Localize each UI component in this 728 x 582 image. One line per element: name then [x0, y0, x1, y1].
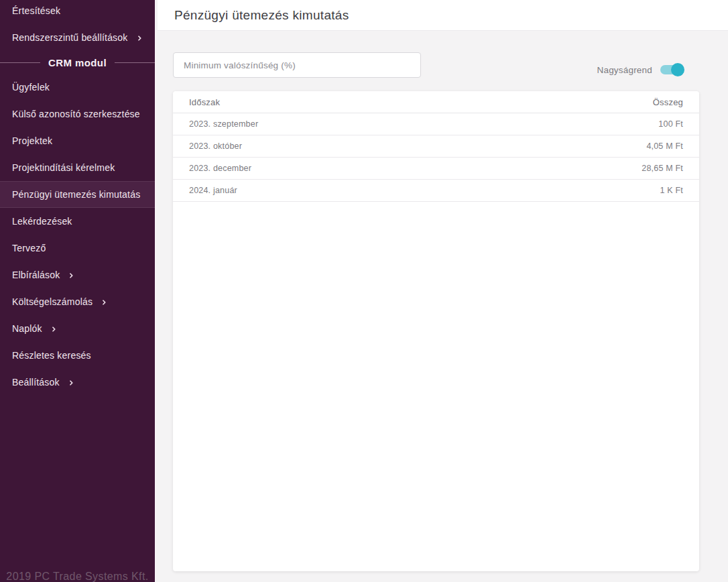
chevron-right-icon	[135, 35, 141, 40]
sidebar-item-label: Projektindítási kérelmek	[12, 162, 115, 173]
sidebar-item[interactable]: Ügyfelek	[0, 74, 155, 101]
section-header-label: CRM modul	[48, 57, 107, 68]
chevron-right-icon	[68, 272, 73, 278]
sidebar-item-label: Projektek	[12, 135, 52, 146]
table-row[interactable]: 2024. január 1 K Ft	[173, 180, 699, 202]
sidebar-item[interactable]: Költségelszámolás	[0, 288, 155, 315]
sidebar-group-system: Értesítések Rendszerszintű beállítások	[0, 0, 155, 51]
sidebar-item-label: Rendszerszintű beállítások	[12, 32, 128, 43]
sidebar-group-crm: Ügyfelek Külső azonosító szerkesztése Pr…	[0, 74, 155, 396]
main-area: Pénzügyi ütemezés kimutatás Nagyságrend …	[158, 0, 728, 582]
table-row[interactable]: 2023. október 4,05 M Ft	[173, 135, 699, 158]
section-divider-line	[0, 62, 40, 63]
sidebar-item-label: Részletes keresés	[12, 350, 91, 361]
table-row[interactable]: 2023. december 28,65 M Ft	[173, 158, 699, 180]
amount-cell: 1 K Ft	[660, 186, 683, 195]
toggle-thumb-icon	[671, 63, 684, 76]
column-header-period: Időszak	[189, 97, 220, 107]
min-probability-input[interactable]	[173, 52, 421, 78]
schedule-table: Időszak Összeg 2023. szeptember 100 Ft 2…	[173, 91, 699, 571]
sidebar-item[interactable]: Rendszerszintű beállítások	[0, 24, 155, 51]
magnitude-toggle-label: Nagyságrend	[597, 65, 652, 75]
sidebar-item-label: Ügyfelek	[12, 82, 50, 93]
sidebar-item[interactable]: Projektek	[0, 127, 155, 154]
sidebar-item[interactable]: Tervező	[0, 235, 155, 261]
sidebar-item-label: Tervező	[12, 243, 46, 253]
topbar: Pénzügyi ütemezés kimutatás	[158, 0, 728, 31]
sidebar-item-label: Elbírálások	[12, 270, 60, 280]
chevron-right-icon	[67, 380, 72, 385]
sidebar-item-label: Költségelszámolás	[12, 296, 93, 307]
amount-cell: 28,65 M Ft	[642, 164, 683, 173]
sidebar: Értesítések Rendszerszintű beállítások C…	[0, 0, 156, 582]
sidebar-item[interactable]: Beállítások	[0, 369, 155, 396]
sidebar-item-label: Értesítések	[12, 5, 60, 16]
chevron-right-icon	[50, 326, 56, 331]
chevron-right-icon	[101, 299, 106, 304]
magnitude-toggle[interactable]	[660, 65, 684, 74]
sidebar-section-header: CRM modul	[0, 51, 155, 74]
sidebar-item[interactable]: Értesítések	[0, 0, 155, 24]
sidebar-item[interactable]: Elbírálások	[0, 261, 155, 288]
sidebar-item-label: Pénzügyi ütemezés kimutatás	[12, 189, 140, 200]
sidebar-item[interactable]: Lekérdezések	[0, 208, 155, 235]
magnitude-toggle-row: Nagyságrend	[597, 62, 684, 77]
sidebar-item[interactable]: Projektindítási kérelmek	[0, 154, 155, 181]
sidebar-item[interactable]: Naplók	[0, 315, 155, 342]
sidebar-footer-copyright: 2019 PC Trade Systems Kft.	[0, 571, 155, 582]
amount-cell: 4,05 M Ft	[646, 141, 683, 151]
sidebar-item-label: Beállítások	[12, 377, 60, 388]
sidebar-nav: Értesítések Rendszerszintű beállítások C…	[0, 0, 155, 396]
amount-cell: 100 Ft	[658, 119, 683, 129]
sidebar-item-label: Külső azonosító szerkesztése	[12, 109, 140, 119]
content-area: Nagyságrend Időszak Összeg 2023. szeptem…	[158, 31, 728, 582]
section-divider-line	[115, 62, 155, 63]
table-body: 2023. szeptember 100 Ft 2023. október 4,…	[173, 113, 699, 202]
page-title: Pénzügyi ütemezés kimutatás	[174, 8, 349, 23]
sidebar-item[interactable]: Pénzügyi ütemezés kimutatás	[0, 181, 155, 208]
sidebar-item[interactable]: Részletes keresés	[0, 342, 155, 369]
sidebar-item-label: Lekérdezések	[12, 216, 72, 227]
table-row[interactable]: 2023. szeptember 100 Ft	[173, 113, 699, 135]
period-cell: 2023. szeptember	[189, 119, 258, 129]
sidebar-item-label: Naplók	[12, 323, 42, 334]
period-cell: 2023. december	[189, 164, 251, 173]
period-cell: 2023. október	[189, 141, 242, 151]
sidebar-item[interactable]: Külső azonosító szerkesztése	[0, 101, 155, 127]
table-header-row: Időszak Összeg	[173, 91, 699, 113]
period-cell: 2024. január	[189, 186, 237, 195]
column-header-amount: Összeg	[653, 97, 683, 107]
